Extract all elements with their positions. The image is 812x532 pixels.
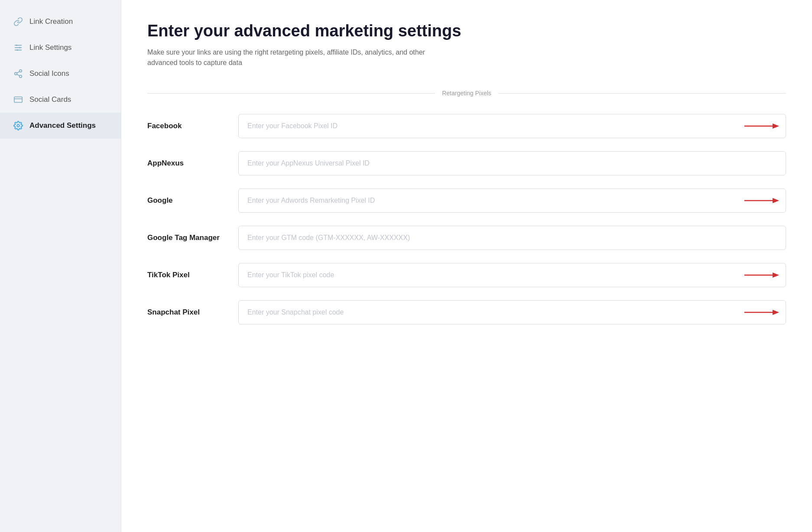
- svg-point-4: [19, 47, 21, 49]
- snapchat-pixel-input[interactable]: [238, 300, 786, 324]
- card-icon: [13, 94, 23, 105]
- sidebar: Link Creation Link Settings: [0, 0, 121, 532]
- svg-line-9: [17, 74, 19, 76]
- retargeting-pixels-label: Retargeting Pixels: [442, 90, 491, 97]
- sidebar-item-advanced-settings[interactable]: Advanced Settings: [0, 113, 121, 139]
- appnexus-label: AppNexus: [147, 158, 225, 169]
- main-content: Enter your advanced marketing settings M…: [121, 0, 812, 532]
- tiktok-label: TikTok Pixel: [147, 270, 225, 280]
- divider-line-right: [498, 93, 786, 94]
- sidebar-item-link-creation-label: Link Creation: [29, 17, 73, 26]
- appnexus-pixel-input[interactable]: [238, 151, 786, 175]
- sidebar-item-social-icons[interactable]: Social Icons: [0, 61, 121, 87]
- snapchat-row: Snapchat Pixel: [147, 300, 786, 324]
- gtm-row: Google Tag Manager: [147, 226, 786, 250]
- facebook-row: Facebook: [147, 114, 786, 138]
- gtm-input-wrapper: [238, 226, 786, 250]
- sidebar-item-link-settings-label: Link Settings: [29, 43, 71, 52]
- sidebar-item-link-creation[interactable]: Link Creation: [0, 9, 121, 35]
- sidebar-item-social-cards-label: Social Cards: [29, 95, 71, 104]
- svg-point-3: [16, 45, 18, 46]
- facebook-input-wrapper: [238, 114, 786, 138]
- sidebar-item-advanced-settings-label: Advanced Settings: [29, 121, 96, 130]
- svg-point-13: [17, 124, 19, 127]
- page-title: Enter your advanced marketing settings: [147, 22, 786, 40]
- sidebar-item-link-settings[interactable]: Link Settings: [0, 35, 121, 61]
- gear-icon: [13, 120, 23, 131]
- sidebar-item-social-icons-label: Social Icons: [29, 69, 69, 78]
- sliders-icon: [13, 42, 23, 53]
- snapchat-input-wrapper: [238, 300, 786, 324]
- gtm-pixel-input[interactable]: [238, 226, 786, 250]
- snapchat-label: Snapchat Pixel: [147, 307, 225, 318]
- tiktok-pixel-input[interactable]: [238, 263, 786, 287]
- svg-rect-11: [14, 97, 22, 103]
- facebook-pixel-input[interactable]: [238, 114, 786, 138]
- google-label: Google: [147, 195, 225, 206]
- page-description: Make sure your links are using the right…: [147, 47, 451, 68]
- share-icon: [13, 68, 23, 79]
- svg-point-5: [16, 49, 18, 51]
- tiktok-input-wrapper: [238, 263, 786, 287]
- tiktok-row: TikTok Pixel: [147, 263, 786, 287]
- divider-line-left: [147, 93, 435, 94]
- facebook-label: Facebook: [147, 121, 225, 131]
- sidebar-item-social-cards[interactable]: Social Cards: [0, 87, 121, 113]
- link-icon: [13, 16, 23, 27]
- retargeting-pixels-divider: Retargeting Pixels: [147, 90, 786, 97]
- gtm-label: Google Tag Manager: [147, 233, 225, 243]
- google-row: Google: [147, 188, 786, 213]
- google-input-wrapper: [238, 188, 786, 213]
- appnexus-input-wrapper: [238, 151, 786, 175]
- google-pixel-input[interactable]: [238, 188, 786, 213]
- appnexus-row: AppNexus: [147, 151, 786, 175]
- svg-line-10: [17, 71, 19, 73]
